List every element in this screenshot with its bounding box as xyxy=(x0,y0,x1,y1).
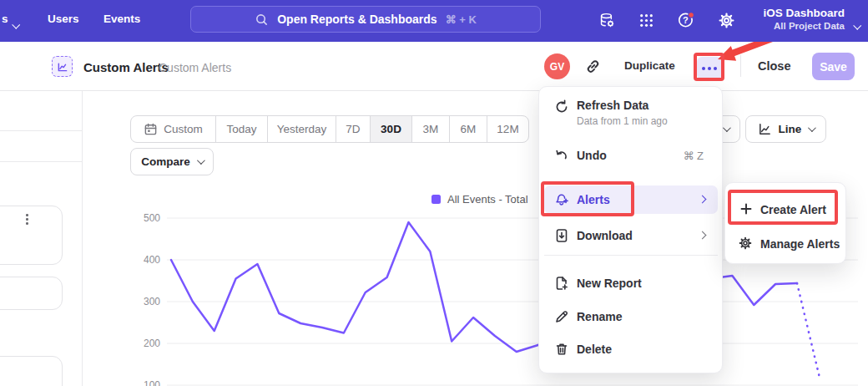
project-name: iOS Dashboard xyxy=(763,7,845,20)
search-shortcut: ⌘ + K xyxy=(446,13,477,26)
sidebar-card[interactable] xyxy=(0,206,63,265)
help-icon: ? xyxy=(677,11,695,29)
download-icon xyxy=(554,228,569,243)
range-yesterday[interactable]: Yesterday xyxy=(268,116,336,142)
range-12m[interactable]: 12M xyxy=(487,116,528,142)
search-input[interactable]: Open Reports & Dashboards ⌘ + K xyxy=(190,6,541,33)
chart-legend: All Events - Total xyxy=(431,193,528,206)
range-7d[interactable]: 7D xyxy=(336,116,371,142)
svg-text:300: 300 xyxy=(144,296,160,307)
page-title: Custom Alerts xyxy=(83,60,169,74)
settings-button[interactable] xyxy=(717,11,735,29)
chevron-down-icon xyxy=(808,124,816,132)
nav-item-events[interactable]: Events xyxy=(103,13,140,25)
chevron-down-icon xyxy=(854,18,860,33)
svg-text:100: 100 xyxy=(144,379,160,386)
annotation-rect-alerts xyxy=(541,181,634,216)
nav-item-users[interactable]: Users xyxy=(48,13,79,25)
svg-text:200: 200 xyxy=(144,338,160,349)
undo-shortcut: ⌘ Z xyxy=(683,150,704,162)
gear-icon xyxy=(718,12,735,29)
report-type-icon xyxy=(52,56,73,77)
svg-text:?: ? xyxy=(683,15,689,25)
data-management-button[interactable] xyxy=(598,11,616,29)
menu-divider xyxy=(544,255,718,256)
annotation-rect-create-alert xyxy=(728,190,838,225)
link-icon xyxy=(584,58,602,75)
duplicate-button[interactable]: Duplicate xyxy=(624,59,675,72)
search-placeholder: Open Reports & Dashboards xyxy=(277,13,437,26)
app-window: 500400300200100 All Events - Total Custo… xyxy=(0,0,868,386)
search-icon xyxy=(255,13,269,27)
save-button[interactable]: Save xyxy=(812,53,855,80)
annotation-rect-more-button xyxy=(694,53,724,81)
chevron-right-icon xyxy=(699,231,707,240)
sidebar-divider xyxy=(0,161,83,162)
line-chart-icon xyxy=(57,61,68,73)
sidebar-card[interactable] xyxy=(0,356,63,386)
help-button[interactable]: ? xyxy=(677,11,695,29)
legend-swatch xyxy=(431,195,441,204)
range-30d-selected[interactable]: 30D xyxy=(371,116,412,142)
top-navbar: s Users Events Open Reports & Dashboards… xyxy=(0,0,868,42)
gear-icon xyxy=(738,236,753,251)
refresh-icon xyxy=(554,99,569,114)
line-chart-icon xyxy=(758,122,772,136)
apps-grid-icon xyxy=(638,13,654,28)
range-custom[interactable]: Custom xyxy=(131,116,216,142)
pencil-icon xyxy=(554,309,569,324)
range-3m[interactable]: 3M xyxy=(412,116,450,142)
database-icon xyxy=(598,12,616,29)
date-range-selector: Custom Today Yesterday 7D 30D 3M 6M 12M xyxy=(130,115,529,143)
sidebar-card[interactable] xyxy=(0,277,63,310)
legend-label: All Events - Total xyxy=(447,193,528,206)
svg-text:500: 500 xyxy=(144,212,160,224)
trash-icon xyxy=(554,342,569,357)
range-6m[interactable]: 6M xyxy=(450,116,487,142)
project-scope: All Project Data xyxy=(763,20,845,32)
range-today[interactable]: Today xyxy=(216,116,268,142)
sidebar-divider xyxy=(0,130,83,131)
new-report-icon xyxy=(554,276,569,291)
project-selector[interactable]: iOS Dashboard All Project Data xyxy=(763,7,845,32)
undo-icon xyxy=(554,148,569,163)
calendar-icon xyxy=(144,122,158,136)
kebab-menu-icon[interactable] xyxy=(26,214,28,225)
more-options-menu: Refresh Data Data from 1 min ago Undo ⌘ … xyxy=(538,86,723,373)
left-sidebar xyxy=(0,91,83,386)
avatar[interactable]: GV xyxy=(544,53,570,79)
copy-link-button[interactable] xyxy=(584,58,603,76)
svg-text:400: 400 xyxy=(144,254,160,266)
chevron-down-icon xyxy=(197,156,205,165)
chevron-down-icon xyxy=(13,17,18,32)
breadcrumb: Custom Alerts xyxy=(159,61,231,74)
apps-grid-button[interactable] xyxy=(637,11,655,29)
chart-type-button[interactable]: Line xyxy=(745,115,826,143)
nav-item-partial[interactable]: s xyxy=(2,13,8,25)
compare-button[interactable]: Compare xyxy=(130,148,214,175)
chevron-down-icon xyxy=(723,124,731,132)
